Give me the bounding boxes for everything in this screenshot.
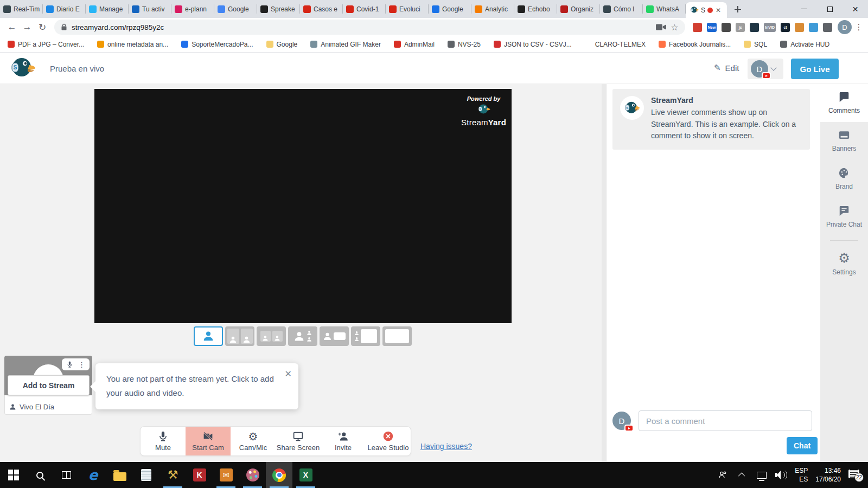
extension-icon[interactable] (795, 23, 804, 32)
layout-two-small-button[interactable] (257, 326, 286, 346)
participant-menu-icon[interactable]: ⋮ (78, 361, 85, 369)
bookmark-item[interactable]: AdminMail (394, 41, 435, 48)
start-cam-button[interactable]: Start Cam (186, 427, 231, 455)
browser-tab[interactable]: Analytic (471, 0, 514, 18)
bookmark-item[interactable]: CLARO-TELMEX (585, 41, 646, 48)
camera-indicator-icon[interactable] (656, 23, 666, 31)
extension-icon[interactable] (722, 23, 731, 32)
back-button[interactable]: ← (4, 22, 20, 33)
browser-tab[interactable]: Real-Tim (0, 0, 43, 18)
layout-group-button[interactable] (288, 326, 317, 346)
rail-tab-settings[interactable]: ⚙ Settings (820, 245, 868, 283)
bookmark-item[interactable]: NVS-25 (448, 41, 481, 48)
reload-button[interactable]: ↻ (35, 22, 50, 33)
browser-menu-icon[interactable]: ⋮ (854, 22, 864, 32)
tab-close-icon[interactable]: ✕ (716, 7, 721, 14)
extension-icon[interactable] (809, 23, 818, 32)
bookmark-item[interactable]: SQL (744, 41, 767, 48)
bookmark-item[interactable]: online metadata an... (97, 41, 168, 48)
rail-tab-private-chat[interactable]: Private Chat (820, 198, 868, 236)
bookmark-item[interactable]: SoporteMercadoPa... (181, 41, 253, 48)
new-tab-button[interactable] (730, 2, 745, 17)
tray-expand-button[interactable] (736, 468, 748, 482)
layout-two-up-button[interactable] (225, 326, 254, 346)
browser-tab[interactable]: Cómo l (600, 0, 643, 18)
start-button[interactable] (0, 462, 27, 488)
clock[interactable]: 13:46 17/06/20 (815, 466, 841, 484)
browser-tab[interactable]: Google (214, 0, 257, 18)
rail-tab-comments[interactable]: Comments (820, 84, 868, 122)
extension-icon[interactable]: InVID (764, 23, 776, 32)
window-close-button[interactable]: ✕ (843, 0, 868, 18)
browser-tab[interactable]: Tu activ (129, 0, 171, 18)
destination-selector[interactable]: D (748, 59, 783, 79)
people-icon[interactable] (717, 468, 729, 482)
browser-tab[interactable]: Echobo (514, 0, 557, 18)
edit-button[interactable]: ✎ Edit (714, 63, 739, 73)
bookmark-item[interactable]: Facebook Journalis... (659, 41, 731, 48)
action-center-button[interactable]: 22 (848, 470, 861, 480)
bookmark-star-icon[interactable]: ☆ (671, 22, 678, 33)
extension-icon[interactable]: ct (781, 23, 790, 32)
rail-tab-brand[interactable]: Brand (820, 160, 868, 198)
taskbar-edge[interactable]: e (80, 462, 106, 488)
tooltip-close-icon[interactable]: ✕ (285, 369, 292, 379)
browser-tab[interactable]: Casos e (300, 0, 343, 18)
taskbar-notes-app[interactable] (133, 462, 159, 488)
comment-item[interactable]: S StreamYard Live viewer comments show u… (612, 89, 810, 150)
volume-icon[interactable] (775, 468, 787, 482)
taskbar-search-button[interactable] (27, 462, 53, 488)
invite-button[interactable]: Invite (321, 427, 366, 455)
taskbar-paint-app[interactable] (239, 462, 266, 488)
browser-tab[interactable]: Evoluci (386, 0, 429, 18)
layout-solo-button[interactable] (194, 326, 223, 346)
bookmark-item[interactable]: Google (266, 41, 298, 48)
browser-tab[interactable]: Manage (86, 0, 129, 18)
browser-tab[interactable]: e-plann (171, 0, 214, 18)
extension-icon[interactable]: New (707, 23, 717, 32)
browser-tab[interactable]: Organiz (557, 0, 600, 18)
mute-button[interactable]: Mute (141, 427, 186, 455)
cam-mic-settings-button[interactable]: ⚙ Cam/Mic (231, 427, 276, 455)
address-bar[interactable]: streamyard.com/rpzq985y2c ☆ (54, 20, 685, 35)
bookmark-item[interactable]: JSON to CSV - CSVJ... (494, 41, 572, 48)
rail-tab-banners[interactable]: Banners (820, 122, 868, 160)
browser-tab[interactable]: Spreake (257, 0, 300, 18)
extension-icon[interactable] (693, 23, 702, 32)
browser-profile-avatar[interactable]: D (838, 20, 852, 34)
bookmark-item[interactable]: Animated GIF Maker (310, 41, 381, 48)
extension-icon[interactable]: js (736, 23, 745, 32)
taskbar-chrome[interactable] (266, 462, 292, 488)
taskbar-file-explorer[interactable] (106, 462, 133, 488)
taskbar-tools-app[interactable]: ⚒ (159, 462, 186, 488)
browser-tab[interactable]: Covid-1 (343, 0, 386, 18)
forward-button[interactable]: → (20, 22, 35, 33)
window-minimize-button[interactable] (792, 0, 817, 18)
window-maximize-button[interactable] (817, 0, 843, 18)
browser-tab[interactable]: Diario E (43, 0, 86, 18)
taskbar-mail-app[interactable]: ✉ (213, 462, 239, 488)
browser-tab[interactable]: Google (429, 0, 471, 18)
browser-tab[interactable]: WhatsA (643, 0, 686, 18)
go-live-button[interactable]: Go Live (791, 59, 839, 79)
extension-icon[interactable] (823, 23, 832, 32)
extension-icon[interactable] (750, 23, 759, 32)
language-indicator[interactable]: ESP ES (795, 466, 808, 484)
layout-sidebar-screen-button[interactable] (351, 326, 380, 346)
chat-button[interactable]: Chat (787, 437, 818, 454)
bookmark-item[interactable]: Activate HUD (780, 41, 829, 48)
add-to-stream-button[interactable]: Add to Stream (8, 375, 90, 395)
task-view-button[interactable] (53, 462, 80, 488)
layout-person-screen-button[interactable] (320, 326, 349, 346)
share-screen-button[interactable]: Share Screen (276, 427, 321, 455)
taskbar-k-app[interactable]: K (186, 462, 213, 488)
active-tab-streamyard[interactable]: S S ✕ (686, 2, 727, 18)
bookmark-item[interactable]: PDF a JPG – Conver... (8, 41, 84, 48)
post-comment-input[interactable] (639, 410, 812, 431)
mic-icon[interactable] (66, 360, 73, 369)
having-issues-link[interactable]: Having issues? (420, 442, 472, 451)
leave-studio-button[interactable]: Leave Studio (366, 427, 411, 455)
taskbar-excel[interactable]: X (292, 462, 319, 488)
network-icon[interactable] (756, 468, 768, 482)
layout-fullscreen-button[interactable] (382, 326, 412, 346)
